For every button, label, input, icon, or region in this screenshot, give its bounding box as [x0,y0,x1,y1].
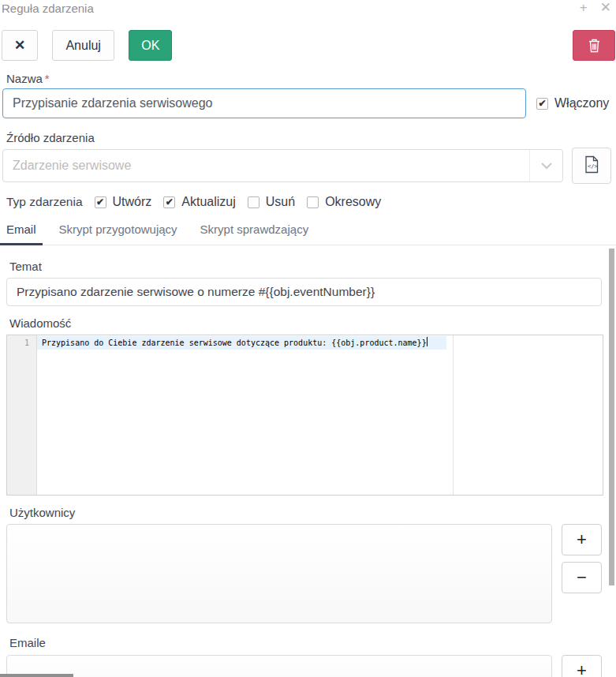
window-add-icon[interactable]: + [580,0,588,16]
editor-gutter: 1 [7,335,37,495]
source-select[interactable]: Zdarzenie serwisowe [2,149,563,182]
message-code-editor[interactable]: 1 Przypisano do Ciebie zdarzenie serwiso… [6,335,603,496]
window-close-icon[interactable]: ✕ [600,0,611,16]
message-label: Wiadomość [9,316,616,331]
enabled-label: Włączony [554,96,609,110]
editor-content[interactable]: Przypisano do Ciebie zdarzenie serwisowe… [37,335,603,495]
periodic-checkbox[interactable] [307,196,319,208]
event-type-row: Typ zdarzenia ✔ Utwórz ✔ Aktualizuj Usuń… [6,195,616,209]
emails-row: + [6,655,616,677]
window-titlebar: Reguła zdarzenia + ✕ [0,0,616,16]
update-checkbox[interactable]: ✔ [163,196,175,208]
enabled-checkbox[interactable]: ✔ [536,98,548,110]
source-row: Zdarzenie serwisowe </> [2,148,616,184]
source-select-value: Zdarzenie serwisowe [13,159,131,172]
vertical-scrollbar-thumb[interactable] [609,249,614,585]
delete-button[interactable] [573,30,615,61]
name-label: Nazwa* [6,72,616,86]
cancel-button[interactable]: Anuluj [52,30,114,61]
file-code-icon: </> [584,155,599,176]
line-number: 1 [7,336,29,350]
close-button[interactable]: ✕ [2,30,38,61]
tab-bar: Email Skrypt przygotowujący Skrypt spraw… [0,223,616,245]
subject-input[interactable] [6,278,602,306]
window-title: Reguła zdarzenia [2,2,94,15]
chevron-down-icon[interactable] [529,150,562,181]
emails-label: Emaile [9,636,616,650]
horizontal-scrollbar-thumb[interactable] [0,674,73,677]
source-script-button[interactable]: </> [572,148,611,184]
subject-label: Temat [9,260,616,274]
ok-button[interactable]: OK [129,30,172,61]
event-type-update[interactable]: ✔ Aktualizuj [163,195,235,209]
event-type-delete[interactable]: Usuń [248,195,295,209]
toolbar: ✕ Anuluj OK [2,30,616,61]
users-remove-button[interactable]: − [562,562,602,593]
source-label: Źródło zdarzenia [6,131,616,145]
name-row: ✔ Włączony [2,88,616,118]
event-type-periodic[interactable]: Okresowy [307,195,381,209]
required-mark: * [45,72,50,85]
enabled-checkbox-group[interactable]: ✔ Włączony [536,96,609,110]
users-list[interactable] [6,524,552,623]
create-checkbox[interactable]: ✔ [95,196,106,208]
svg-text:</>: </> [588,163,598,170]
users-row: + − [6,524,616,623]
name-input[interactable] [2,88,526,118]
column-ruler [453,335,454,495]
emails-add-button[interactable]: + [562,655,602,677]
delete-checkbox[interactable] [248,196,259,208]
code-line: Przypisano do Ciebie zdarzenie serwisowe… [37,336,603,350]
tab-prepare-script[interactable]: Skrypt przygotowujący [53,223,184,245]
users-add-button[interactable]: + [562,524,602,555]
text-cursor [427,337,427,346]
trash-icon [578,38,610,53]
event-type-create[interactable]: ✔ Utwórz [95,195,152,209]
tab-check-script[interactable]: Skrypt sprawdzający [194,223,315,245]
event-type-label: Typ zdarzenia [6,195,83,209]
users-label: Użytkownicy [9,506,616,520]
tab-email[interactable]: Email [0,223,43,245]
emails-input[interactable] [6,655,552,677]
